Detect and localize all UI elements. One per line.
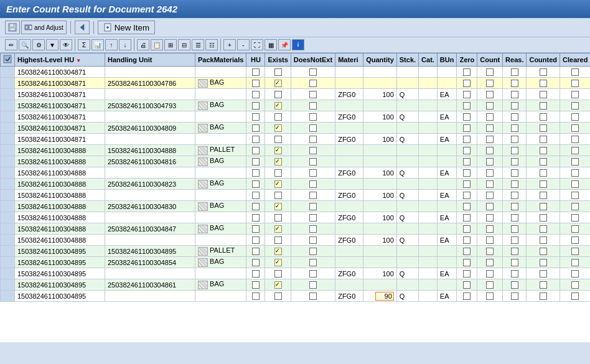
dne-checkbox[interactable] [309,236,317,244]
cleared-checkbox[interactable] [571,158,579,166]
cell-hu-check[interactable] [246,268,265,279]
col-header-stk[interactable]: Stck. [396,54,418,67]
exists-checkbox[interactable] [274,248,282,255]
print-icon-btn[interactable]: 🖨 [137,39,149,50]
reas-checkbox[interactable] [511,102,518,110]
cell-exists[interactable] [265,190,291,201]
cell-exists[interactable] [265,100,291,111]
hu-checkbox[interactable] [252,91,260,98]
hu-checkbox[interactable] [252,169,260,177]
counted-checkbox[interactable] [540,158,547,166]
row-selector-cell[interactable] [1,223,15,235]
cell-exists[interactable] [265,291,291,302]
hu-checkbox[interactable] [252,124,260,132]
cell-zero[interactable] [457,123,477,134]
cell-count[interactable] [477,246,503,257]
exists-checkbox[interactable] [274,91,282,98]
cell-cleared[interactable] [560,235,590,246]
count-checkbox[interactable] [486,91,494,98]
col-header-hu[interactable]: Handling Unit [105,54,195,67]
cell-exists[interactable] [265,111,291,123]
reas-checkbox[interactable] [511,270,518,278]
zero-checkbox[interactable] [463,248,471,255]
row-selector-cell[interactable] [1,111,15,123]
cell-count[interactable] [477,78,503,89]
col-header-mat[interactable]: Materi [335,54,363,67]
zero-checkbox[interactable] [463,169,471,177]
cell-reas[interactable] [503,201,527,212]
cell-cleared[interactable] [560,257,590,268]
cell-dne[interactable] [291,201,335,212]
cell-cleared[interactable] [560,201,590,212]
cell-cleared[interactable] [560,67,590,78]
cell-zero[interactable] [457,190,477,201]
reas-checkbox[interactable] [511,236,518,244]
reas-checkbox[interactable] [511,68,518,76]
cell-reas[interactable] [503,268,527,279]
zoom-in-btn[interactable]: + [223,39,236,50]
count-checkbox[interactable] [486,259,494,266]
cell-counted[interactable] [527,179,560,190]
row-selector-cell[interactable] [1,246,15,257]
dne-checkbox[interactable] [309,124,317,132]
counted-checkbox[interactable] [540,102,547,110]
reas-checkbox[interactable] [511,80,518,87]
cell-dne[interactable] [291,123,335,134]
table-row[interactable]: 150382461100304888ZFG0100QEA [1,212,591,223]
cell-hu-check[interactable] [246,134,265,145]
row-selector-cell[interactable] [1,212,15,223]
cell-count[interactable] [477,257,503,268]
col-header-exists[interactable]: Exists [265,54,291,67]
cell-zero[interactable] [457,145,477,156]
reas-checkbox[interactable] [511,136,518,143]
cell-zero[interactable] [457,223,477,235]
cell-dne[interactable] [291,223,335,235]
cleared-checkbox[interactable] [571,248,579,255]
dne-checkbox[interactable] [309,169,317,177]
cell-count[interactable] [477,67,503,78]
cell-hu-check[interactable] [246,291,265,302]
collapse-icon-btn[interactable]: ⊟ [178,39,190,50]
export-icon-btn[interactable]: 📋 [151,39,163,50]
zero-checkbox[interactable] [463,214,471,222]
cell-count[interactable] [477,201,503,212]
cell-counted[interactable] [527,246,560,257]
find-icon-btn[interactable]: 🔍 [19,39,31,50]
cell-cleared[interactable] [560,179,590,190]
cleared-checkbox[interactable] [571,236,579,244]
hu-checkbox[interactable] [252,102,260,110]
row-selector-cell[interactable] [1,179,15,190]
view-icon-btn[interactable]: 👁 [60,39,72,50]
counted-checkbox[interactable] [540,292,547,300]
cell-cleared[interactable] [560,279,590,291]
cell-dne[interactable] [291,291,335,302]
cell-count[interactable] [477,145,503,156]
cell-cleared[interactable] [560,78,590,89]
new-item-btn[interactable]: New Item [98,21,155,34]
cell-exists[interactable] [265,134,291,145]
table-row[interactable]: 150382461100304871250382461100304809 BAG [1,123,591,134]
cell-reas[interactable] [503,235,527,246]
count-checkbox[interactable] [486,124,494,132]
cell-reas[interactable] [503,145,527,156]
cell-dne[interactable] [291,212,335,223]
counted-checkbox[interactable] [540,203,547,210]
cell-cleared[interactable] [560,156,590,167]
cell-zero[interactable] [457,100,477,111]
zero-checkbox[interactable] [463,158,471,166]
cell-dne[interactable] [291,279,335,291]
cell-dne[interactable] [291,167,335,179]
chart-icon-btn[interactable]: 📊 [91,39,104,50]
cell-counted[interactable] [527,134,560,145]
table-row[interactable]: 150382461100304888ZFG0100QEA [1,167,591,179]
dne-checkbox[interactable] [309,192,317,199]
cell-hu-check[interactable] [246,279,265,291]
cell-zero[interactable] [457,212,477,223]
count-checkbox[interactable] [486,225,494,233]
cell-counted[interactable] [527,123,560,134]
cell-count[interactable] [477,111,503,123]
cleared-checkbox[interactable] [571,113,579,121]
cell-counted[interactable] [527,190,560,201]
cell-exists[interactable] [265,246,291,257]
cell-dne[interactable] [291,134,335,145]
